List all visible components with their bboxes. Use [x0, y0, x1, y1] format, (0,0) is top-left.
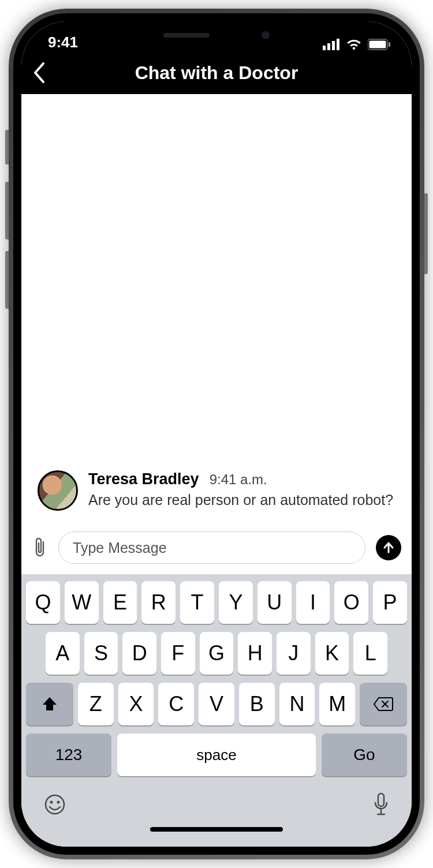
notch	[121, 21, 312, 49]
key-c[interactable]: C	[158, 683, 194, 725]
arrow-up-icon	[382, 541, 395, 555]
backspace-icon	[373, 696, 394, 712]
message-text: Are you are real person or an automated …	[88, 491, 395, 510]
send-button[interactable]	[376, 535, 401, 560]
keyboard-row-3: ZXCVBNM	[26, 683, 407, 725]
key-d[interactable]: D	[122, 632, 156, 675]
signal-icon	[323, 39, 340, 50]
key-w[interactable]: W	[65, 581, 99, 624]
key-j[interactable]: J	[277, 632, 311, 675]
key-h[interactable]: H	[238, 632, 272, 675]
shift-icon	[41, 695, 58, 713]
keyboard-row-3-letters: ZXCVBNM	[78, 683, 355, 725]
svg-rect-0	[323, 46, 326, 50]
key-v[interactable]: V	[199, 683, 234, 725]
chevron-left-icon	[33, 62, 46, 83]
microphone-icon	[372, 792, 390, 817]
svg-rect-10	[378, 794, 384, 806]
key-i[interactable]: I	[296, 581, 330, 624]
svg-rect-6	[389, 42, 390, 47]
key-k[interactable]: K	[315, 632, 349, 675]
key-g[interactable]: G	[200, 632, 234, 675]
avatar[interactable]	[38, 470, 78, 511]
key-r[interactable]: R	[141, 581, 176, 624]
svg-rect-3	[337, 39, 339, 50]
key-q[interactable]: Q	[26, 581, 60, 624]
svg-point-8	[50, 801, 53, 804]
message-sender: Teresa Bradley	[88, 470, 199, 488]
key-x[interactable]: X	[118, 683, 154, 725]
svg-point-9	[57, 801, 60, 804]
key-z[interactable]: Z	[78, 683, 114, 725]
key-n[interactable]: N	[279, 683, 315, 725]
svg-point-7	[46, 795, 64, 814]
key-t[interactable]: T	[180, 581, 214, 624]
svg-rect-1	[327, 43, 330, 50]
battery-icon	[368, 39, 391, 50]
key-b[interactable]: B	[239, 683, 275, 725]
back-button[interactable]	[33, 62, 46, 83]
svg-rect-5	[369, 41, 386, 48]
message: Teresa Bradley 9:41 a.m. Are you are rea…	[38, 470, 395, 511]
dictation-key[interactable]	[372, 792, 390, 817]
message-input-wrap[interactable]	[58, 532, 365, 564]
backspace-key[interactable]	[360, 683, 407, 725]
key-a[interactable]: A	[46, 632, 80, 675]
go-key[interactable]: Go	[322, 734, 407, 776]
key-l[interactable]: L	[353, 632, 387, 675]
message-time: 9:41 a.m.	[210, 472, 267, 488]
attach-button[interactable]	[32, 536, 48, 559]
emoji-key[interactable]	[43, 793, 66, 816]
key-o[interactable]: O	[334, 581, 368, 624]
composer	[21, 522, 412, 574]
status-time: 9:41	[48, 33, 78, 51]
numbers-key[interactable]: 123	[26, 734, 111, 776]
keyboard: QWERTYUIOP ASDFGHJKL ZXCVBNM 123 space G…	[21, 574, 412, 824]
paperclip-icon	[32, 536, 48, 559]
key-m[interactable]: M	[319, 683, 355, 725]
key-u[interactable]: U	[257, 581, 292, 624]
shift-key[interactable]	[26, 683, 73, 725]
page-title: Chat with a Doctor	[135, 62, 298, 84]
key-e[interactable]: E	[103, 581, 137, 624]
space-key[interactable]: space	[117, 734, 316, 776]
keyboard-row-2: ASDFGHJKL	[26, 632, 407, 675]
header: Chat with a Doctor	[21, 51, 412, 94]
wifi-icon	[346, 39, 362, 50]
emoji-icon	[43, 793, 66, 816]
key-s[interactable]: S	[84, 632, 118, 675]
keyboard-row-1: QWERTYUIOP	[26, 581, 407, 624]
phone-frame: 9:41 Chat with a Doctor	[9, 9, 424, 859]
svg-rect-2	[332, 41, 335, 50]
key-f[interactable]: F	[161, 632, 195, 675]
home-indicator[interactable]	[21, 824, 412, 847]
key-y[interactable]: Y	[219, 581, 253, 624]
message-input[interactable]	[73, 540, 351, 556]
key-p[interactable]: P	[373, 581, 407, 624]
chat-area[interactable]: Teresa Bradley 9:41 a.m. Are you are rea…	[21, 94, 412, 522]
